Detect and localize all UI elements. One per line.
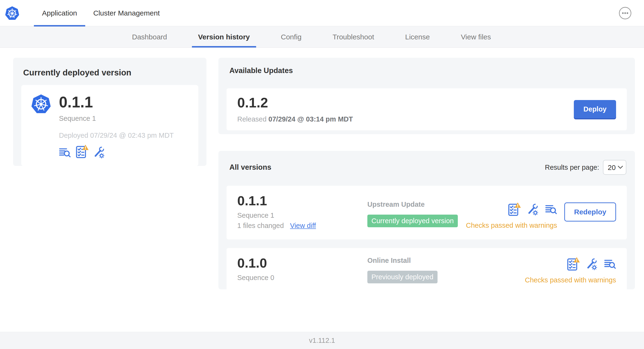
version-history-page: Currently deployed version 0.1.1 Sequenc… bbox=[0, 48, 644, 332]
version-number: 0.1.0 bbox=[237, 256, 367, 270]
version-sequence: Sequence 0 bbox=[237, 274, 367, 282]
version-checks: Checks passed with warnings bbox=[525, 257, 616, 284]
currently-deployed-card: Currently deployed version 0.1.1 Sequenc… bbox=[13, 58, 206, 166]
version-number: 0.1.1 bbox=[237, 194, 367, 208]
tab-dashboard[interactable]: Dashboard bbox=[132, 26, 167, 48]
all-versions-title: All versions bbox=[230, 163, 272, 172]
tab-troubleshoot[interactable]: Troubleshoot bbox=[332, 26, 374, 48]
ellipsis-icon bbox=[619, 17, 632, 20]
deployed-sequence: Sequence 1 bbox=[59, 114, 174, 122]
tab-troubleshoot-label: Troubleshoot bbox=[332, 33, 374, 41]
preflight-checks-warning-icon[interactable] bbox=[76, 145, 88, 158]
version-source-label: Online Install bbox=[367, 256, 525, 264]
config-icon[interactable] bbox=[527, 203, 539, 216]
view-diff-link[interactable]: View diff bbox=[290, 222, 316, 230]
files-changed-label: 1 files changed bbox=[237, 222, 284, 230]
redeploy-button[interactable]: Redeploy bbox=[564, 202, 616, 222]
released-timestamp: 07/29/24 @ 03:14 pm MDT bbox=[268, 115, 353, 123]
preflight-checks-warning-icon[interactable] bbox=[567, 257, 580, 271]
results-per-page-select[interactable]: 20 bbox=[603, 160, 626, 175]
version-rows: 0.1.1 Sequence 1 1 files changed View di… bbox=[226, 186, 627, 292]
deployed-timestamp: Deployed 07/29/24 @ 02:43 pm MDT bbox=[59, 132, 174, 140]
results-per-page-label: Results per page: bbox=[545, 164, 599, 172]
versions-column: Available Updates 0.1.2 Released 07/29/2… bbox=[218, 58, 635, 332]
version-source-block: Upstream Update Currently deployed versi… bbox=[367, 194, 466, 227]
config-icon[interactable] bbox=[93, 146, 105, 158]
preflight-checks-warning-icon[interactable] bbox=[508, 202, 521, 216]
app-kubernetes-icon bbox=[31, 94, 51, 114]
version-source-label: Upstream Update bbox=[367, 200, 466, 208]
tab-view-files-label: View files bbox=[461, 33, 491, 41]
tab-dashboard-label: Dashboard bbox=[132, 33, 167, 41]
tab-version-history-label: Version history bbox=[198, 33, 250, 41]
all-versions-card: All versions Results per page: 20 0.1.1 bbox=[218, 151, 635, 289]
version-info: 0.1.0 Sequence 0 bbox=[237, 256, 367, 282]
available-updates-title: Available Updates bbox=[230, 66, 627, 75]
tab-application[interactable]: Application bbox=[34, 0, 85, 26]
deploy-logs-icon[interactable] bbox=[59, 146, 71, 158]
app-section-tabs: Dashboard Version history Config Trouble… bbox=[0, 26, 644, 48]
version-info: 0.1.1 Sequence 1 1 files changed View di… bbox=[237, 194, 367, 230]
deploy-button[interactable]: Deploy bbox=[574, 100, 616, 118]
released-label: Released bbox=[237, 115, 266, 123]
console-version: v1.112.1 bbox=[309, 336, 335, 344]
deployed-version-column: Currently deployed version 0.1.1 Sequenc… bbox=[13, 58, 206, 332]
top-navbar: Application Cluster Management bbox=[0, 0, 644, 26]
tab-license-label: License bbox=[405, 33, 430, 41]
tab-license[interactable]: License bbox=[405, 26, 430, 48]
deployed-version-number: 0.1.1 bbox=[59, 94, 174, 111]
tab-config-label: Config bbox=[281, 33, 302, 41]
status-badge: Previously deployed bbox=[367, 271, 438, 283]
deployed-version-details: 0.1.1 Sequence 1 Deployed 07/29/24 @ 02:… bbox=[59, 94, 174, 158]
update-released-line: Released 07/29/24 @ 03:14 pm MDT bbox=[237, 115, 353, 123]
tab-cluster-management-label: Cluster Management bbox=[93, 9, 160, 17]
status-badge: Currently deployed version bbox=[367, 214, 458, 227]
tab-application-label: Application bbox=[42, 9, 77, 17]
config-icon[interactable] bbox=[586, 258, 598, 270]
available-update-row: 0.1.2 Released 07/29/24 @ 03:14 pm MDT D… bbox=[226, 88, 627, 130]
version-row-0-1-0: 0.1.0 Sequence 0 Online Install Previous… bbox=[226, 248, 627, 292]
tab-view-files[interactable]: View files bbox=[461, 26, 491, 48]
version-row-0-1-1: 0.1.1 Sequence 1 1 files changed View di… bbox=[226, 186, 627, 240]
deployed-version-panel: 0.1.1 Sequence 1 Deployed 07/29/24 @ 02:… bbox=[21, 85, 198, 166]
app-footer: v1.112.1 bbox=[0, 332, 644, 349]
tab-cluster-management[interactable]: Cluster Management bbox=[85, 0, 168, 26]
version-checks: Checks passed with warnings bbox=[466, 202, 557, 230]
deploy-logs-icon[interactable] bbox=[604, 258, 616, 270]
deployed-version-actions bbox=[59, 145, 174, 158]
preflight-status-text[interactable]: Checks passed with warnings bbox=[466, 222, 557, 230]
deployed-card-title: Currently deployed version bbox=[23, 68, 198, 77]
tab-version-history[interactable]: Version history bbox=[198, 26, 250, 48]
available-updates-card: Available Updates 0.1.2 Released 07/29/2… bbox=[218, 58, 635, 134]
tab-config[interactable]: Config bbox=[281, 26, 302, 48]
deploy-logs-icon[interactable] bbox=[545, 204, 557, 215]
version-sequence: Sequence 1 bbox=[237, 212, 367, 220]
update-version-number: 0.1.2 bbox=[237, 96, 353, 110]
preflight-status-text[interactable]: Checks passed with warnings bbox=[525, 276, 616, 284]
overflow-menu-button[interactable] bbox=[619, 7, 632, 20]
kubernetes-logo-icon bbox=[5, 6, 20, 20]
available-update-info: 0.1.2 Released 07/29/24 @ 03:14 pm MDT bbox=[237, 96, 353, 123]
app-level-tabs: Application Cluster Management bbox=[34, 0, 168, 26]
version-source-block: Online Install Previously deployed bbox=[367, 256, 525, 283]
results-per-page: Results per page: 20 bbox=[545, 160, 626, 175]
